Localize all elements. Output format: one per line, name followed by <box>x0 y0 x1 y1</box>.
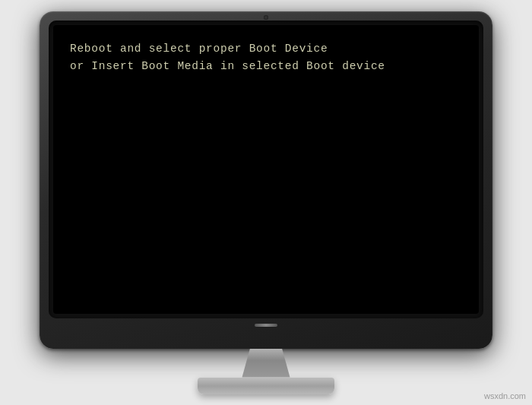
monitor-outer-bezel: Reboot and select proper Boot Device or … <box>40 11 492 349</box>
monitor-chin <box>49 318 483 332</box>
watermark: wsxdn.com <box>484 391 526 400</box>
error-line-2: or Insert Boot Media in selected Boot de… <box>70 60 385 72</box>
monitor-inner-bezel: Reboot and select proper Boot Device or … <box>49 21 483 318</box>
monitor-stand-neck <box>239 349 293 378</box>
monitor-display: Reboot and select proper Boot Device or … <box>40 11 492 394</box>
monitor-stand-base <box>198 378 334 394</box>
bios-error-text: Reboot and select proper Boot Device or … <box>70 40 385 75</box>
monitor-screen: Reboot and select proper Boot Device or … <box>53 25 479 314</box>
error-line-1: Reboot and select proper Boot Device <box>70 43 328 55</box>
